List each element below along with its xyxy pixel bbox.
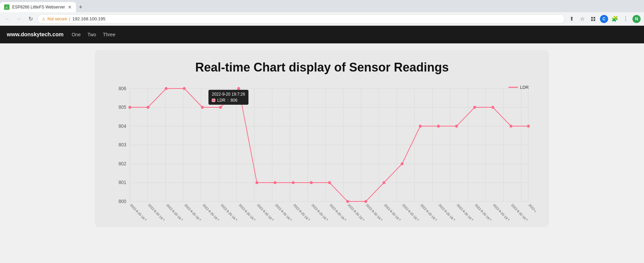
svg-text:2022-9-20 19:7:26: 2022-9-20 19:7:26 [147, 203, 168, 220]
svg-text:805: 805 [119, 104, 126, 110]
tab-title: ESP8266 LittleFS Webserver [12, 5, 65, 9]
svg-text:2022-9-20 19:7:28: 2022-9-20 19:7:28 [347, 203, 368, 220]
share-icon[interactable]: ⬆ [567, 14, 576, 24]
svg-text:2022-9-20 19:7:28: 2022-9-20 19:7:28 [528, 203, 536, 220]
svg-text:801: 801 [119, 180, 126, 185]
data-point [419, 125, 422, 128]
data-point [346, 200, 349, 203]
svg-text:2022-9-20 19:7:28: 2022-9-20 19:7:28 [420, 203, 441, 220]
reload-button[interactable]: ↻ [26, 14, 35, 24]
data-point [292, 181, 295, 184]
data-point [401, 162, 403, 165]
nav-link-two[interactable]: Two [87, 32, 96, 37]
data-point [146, 106, 149, 109]
data-point [509, 125, 512, 128]
svg-text:2022-9-20 19:7:28: 2022-9-20 19:7:28 [383, 203, 404, 220]
address-url: 192.168.100.195 [72, 16, 105, 21]
svg-text:2022-9-20 19:7:28: 2022-9-20 19:7:28 [275, 203, 296, 220]
svg-text:2022-9-20 19:7:28: 2022-9-20 19:7:28 [329, 203, 350, 220]
svg-text:804: 804 [119, 123, 126, 128]
navbar: www.donskytech.com One Two Three [0, 26, 644, 43]
svg-text:806: 806 [119, 85, 126, 91]
profile-avatar: N [632, 15, 641, 23]
page-content: Real-time Chart display of Sensor Readin… [0, 43, 644, 263]
back-button[interactable]: ← [3, 14, 12, 24]
svg-text:2022-9-20 19:7:28: 2022-9-20 19:7:28 [402, 203, 423, 220]
svg-text:2022-9-20 19:7:28: 2022-9-20 19:7:28 [474, 203, 495, 220]
tab-favicon: E [4, 4, 9, 10]
svg-text:2022-9-20 19:7:28: 2022-9-20 19:7:28 [438, 203, 459, 220]
svg-rect-2 [591, 17, 593, 19]
svg-rect-5 [593, 19, 595, 21]
x-axis-labels: 2022-9-20 19:7:26 2022-9-20 19:7:26 2022… [129, 203, 536, 220]
svg-text:2022-9-20 19:7:26: 2022-9-20 19:7:26 [220, 203, 241, 220]
bookmark-icon[interactable]: ☆ [578, 14, 587, 24]
data-point [491, 106, 494, 109]
svg-text:2022-9-20 19:7:28: 2022-9-20 19:7:28 [311, 203, 332, 220]
data-point [527, 125, 530, 128]
svg-rect-4 [591, 19, 593, 21]
forward-button[interactable]: → [14, 14, 24, 24]
address-bar-row: ← → ↻ ⚠ Not secure | 192.168.100.195 ⬆ ☆… [0, 12, 644, 26]
navbar-brand: www.donskytech.com [7, 32, 63, 38]
svg-rect-3 [593, 17, 595, 19]
svg-text:2022-9-20 19:7:26: 2022-9-20 19:7:26 [166, 203, 187, 220]
svg-text:2022-9-20 19:7:28: 2022-9-20 19:7:28 [456, 203, 477, 220]
user-profile-icon[interactable]: N [632, 14, 641, 24]
chart-legend: LDR [508, 85, 529, 90]
data-point [183, 87, 185, 90]
svg-text:2022-9-20 19:7:26: 2022-9-20 19:7:26 [202, 203, 223, 220]
svg-text:E: E [6, 6, 7, 9]
data-point [274, 181, 276, 184]
tab-bar: E ESP8266 LittleFS Webserver ✕ + [0, 0, 644, 12]
extensions-icon[interactable] [588, 14, 598, 24]
svg-text:2022-9-20 19:7:28: 2022-9-20 19:7:28 [256, 203, 277, 220]
security-warning-text: Not secure [47, 17, 67, 21]
chart-container: Real-time Chart display of Sensor Readin… [95, 50, 549, 227]
svg-text:803: 803 [119, 142, 126, 147]
data-point [165, 87, 167, 90]
address-box[interactable]: ⚠ Not secure | 192.168.100.195 [37, 14, 565, 24]
data-point [219, 106, 222, 109]
data-point [310, 181, 313, 184]
more-menu-icon[interactable]: ⋮ [621, 14, 630, 24]
profile-switcher-icon[interactable]: C [599, 14, 609, 24]
security-warning-icon: ⚠ [42, 17, 45, 21]
avatar: C [600, 15, 608, 23]
chart-title: Real-time Chart display of Sensor Readin… [108, 60, 536, 75]
data-point [383, 181, 385, 184]
puzzle-icon[interactable]: 🧩 [610, 14, 620, 24]
data-point [455, 125, 458, 128]
new-tab-button[interactable]: + [76, 2, 85, 12]
data-point [473, 106, 476, 109]
chart-area: LDR [108, 85, 536, 220]
data-point [201, 106, 204, 109]
svg-text:2022-9-20 19:7:26: 2022-9-20 19:7:26 [238, 203, 259, 220]
svg-text:2022-9-20 19:7:26: 2022-9-20 19:7:26 [129, 203, 150, 220]
svg-text:2022-9-20 19:7:28: 2022-9-20 19:7:28 [365, 203, 386, 220]
chart-svg: 806 805 804 803 802 801 800 [108, 85, 536, 220]
data-point [128, 106, 131, 109]
svg-text:802: 802 [119, 161, 126, 166]
svg-text:2022-9-20 19:7:28: 2022-9-20 19:7:28 [293, 203, 314, 220]
data-point [237, 87, 240, 90]
svg-text:2022-9-20 19:7:28: 2022-9-20 19:7:28 [492, 203, 514, 220]
data-point [437, 125, 440, 128]
tab-close-button[interactable]: ✕ [68, 4, 72, 10]
active-tab: E ESP8266 LittleFS Webserver ✕ [0, 2, 76, 12]
data-point [256, 181, 258, 184]
legend-label: LDR [520, 85, 529, 90]
data-point [364, 200, 367, 203]
legend-color-line [508, 87, 518, 88]
data-point [328, 181, 331, 184]
svg-text:800: 800 [119, 199, 126, 204]
nav-link-one[interactable]: One [72, 32, 80, 37]
navbar-links: One Two Three [72, 32, 115, 37]
nav-link-three[interactable]: Three [103, 32, 116, 37]
browser-chrome: E ESP8266 LittleFS Webserver ✕ + ← → ↻ ⚠… [0, 0, 644, 263]
svg-text:2022-9-20 19:7:26: 2022-9-20 19:7:26 [184, 203, 205, 220]
toolbar-right: ⬆ ☆ C 🧩 ⋮ N [567, 14, 641, 24]
